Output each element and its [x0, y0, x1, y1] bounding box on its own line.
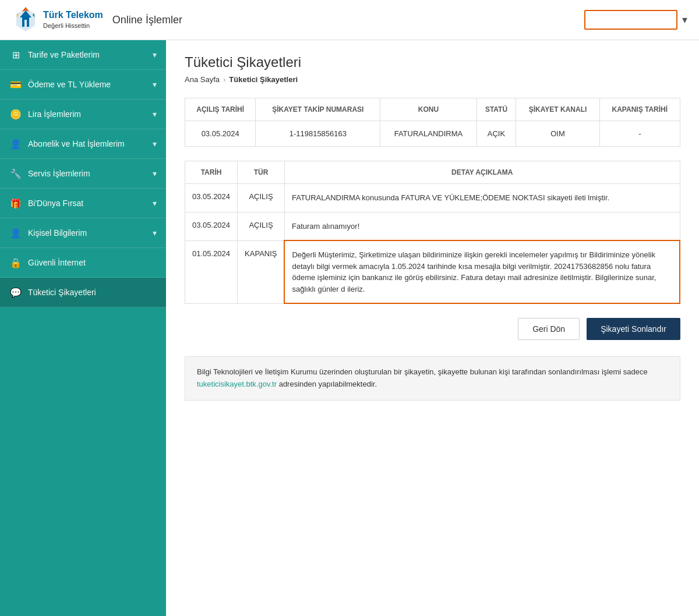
action-buttons: Geri Dön Şikayeti Sonlandır	[185, 318, 680, 340]
guvenli-icon: 🔒	[9, 256, 22, 269]
col-takip-no: ŞİKAYET TAKİP NUMARASI	[256, 98, 380, 121]
chevron-down-icon: ▾	[153, 80, 157, 89]
cell-kapanis: -	[599, 121, 680, 147]
sidebar: ⊞ Tarife ve Paketlerim ▾ 💳 Ödeme ve TL Y…	[0, 40, 166, 616]
detail-tur-3: KAPANIŞ	[238, 240, 285, 303]
detail-tur-1: AÇILIŞ	[238, 184, 285, 213]
sidebar-label-tarife: Tarife ve Paketlerim	[28, 50, 100, 59]
servis-icon: 🔧	[9, 167, 22, 180]
chevron-down-icon: ▾	[153, 109, 157, 119]
col-tur: TÜR	[238, 161, 285, 184]
chevron-down-icon: ▾	[153, 139, 157, 148]
breadcrumb-current: Tüketici Şikayetleri	[229, 75, 298, 84]
detail-detay-3: Değerli Müşterimiz, Şirketimize ulaşan b…	[284, 240, 680, 303]
detail-tarih-2: 03.05.2024	[185, 212, 238, 240]
col-kanal: ŞİKAYET KANALI	[516, 98, 599, 121]
info-text-end: adresinden yapılabilmektedir.	[277, 380, 377, 388]
detail-row-3: 01.05.2024 KAPANIŞ Değerli Müşterimiz, Ş…	[185, 240, 680, 303]
header-left: Türk Telekom Değerli Hissettin Online İş…	[12, 6, 182, 34]
sidebar-item-servis[interactable]: 🔧 Servis İşlemlerim ▾	[0, 159, 166, 189]
detail-tur-2: AÇILIŞ	[238, 212, 285, 240]
abonelik-icon: 👤	[9, 137, 22, 150]
chevron-down-icon: ▾	[153, 50, 157, 59]
breadcrumb-home[interactable]: Ana Sayfa	[185, 75, 220, 84]
breadcrumb: Ana Sayfa › Tüketici Şikayetleri	[185, 75, 680, 84]
cell-acilis-tarihi: 03.05.2024	[185, 121, 256, 147]
col-detay: DETAY AÇIKLAMA	[284, 161, 680, 184]
detail-row-1: 03.05.2024 AÇILIŞ FATURALANDIRMA konusun…	[185, 184, 680, 213]
chevron-down-icon: ▾	[153, 228, 157, 238]
cell-kanal: OIM	[516, 121, 599, 147]
logo-text: Türk Telekom Değerli Hissettin	[43, 9, 103, 30]
detail-detay-2: Faturam alınamıyor!	[284, 212, 680, 240]
tarife-icon: ⊞	[9, 48, 22, 61]
detail-table: TARİH TÜR DETAY AÇIKLAMA 03.05.2024 AÇIL…	[185, 161, 680, 304]
end-complaint-button[interactable]: Şikayeti Sonlandır	[587, 318, 680, 340]
detail-row-2: 03.05.2024 AÇILIŞ Faturam alınamıyor!	[185, 212, 680, 240]
complaints-summary-table: AÇILIŞ TARİHİ ŞİKAYET TAKİP NUMARASI KON…	[185, 98, 680, 147]
col-tarih: TARİH	[185, 161, 238, 184]
header-right: ▾	[584, 10, 687, 30]
turk-telekom-logo-icon	[12, 6, 40, 34]
header-search-input[interactable]	[584, 10, 677, 30]
sidebar-item-lira[interactable]: 🪙 Lira İşlemlerim ▾	[0, 100, 166, 129]
btk-link[interactable]: tuketicisikayet.btk.gov.tr	[197, 380, 277, 388]
page-title: Tüketici Şikayetleri	[185, 54, 680, 70]
cell-statu: AÇIK	[476, 121, 516, 147]
sidebar-label-guvenli: Güvenli İnternet	[28, 258, 86, 267]
col-statu: STATÜ	[476, 98, 516, 121]
info-box: Bilgi Teknolojileri ve İletişim Kurumu ü…	[185, 356, 680, 401]
sidebar-item-guvenli[interactable]: 🔒 Güvenli İnternet	[0, 248, 166, 278]
sidebar-label-abonelik: Abonelik ve Hat İşlemlerim	[28, 139, 125, 148]
cell-konu: FATURALANDIRMA	[380, 121, 476, 147]
cell-takip-no: 1-119815856163	[256, 121, 380, 147]
layout: ⊞ Tarife ve Paketlerim ▾ 💳 Ödeme ve TL Y…	[0, 40, 699, 616]
lira-icon: 🪙	[9, 108, 22, 121]
sidebar-item-odeme[interactable]: 💳 Ödeme ve TL Yükleme ▾	[0, 70, 166, 100]
detail-tarih-3: 01.05.2024	[185, 240, 238, 303]
sidebar-label-servis: Servis İşlemlerim	[28, 169, 90, 178]
col-acilis-tarihi: AÇILIŞ TARİHİ	[185, 98, 256, 121]
col-konu: KONU	[380, 98, 476, 121]
sidebar-label-bidunya: Bi'Dünya Fırsat	[28, 199, 83, 208]
sidebar-item-bidunya[interactable]: 🎁 Bi'Dünya Fırsat ▾	[0, 189, 166, 218]
sidebar-item-kisisel[interactable]: 👤 Kişisel Bilgilerim ▾	[0, 218, 166, 248]
sidebar-item-tarife[interactable]: ⊞ Tarife ve Paketlerim ▾	[0, 40, 166, 70]
header: Türk Telekom Değerli Hissettin Online İş…	[0, 0, 699, 40]
detail-tarih-1: 03.05.2024	[185, 184, 238, 213]
table-row: 03.05.2024 1-119815856163 FATURALANDIRMA…	[185, 121, 680, 147]
header-subtitle: Online İşlemler	[112, 14, 182, 26]
sidebar-item-abonelik[interactable]: 👤 Abonelik ve Hat İşlemlerim ▾	[0, 129, 166, 159]
main-content: Tüketici Şikayetleri Ana Sayfa › Tüketic…	[166, 40, 699, 616]
chevron-down-icon: ▾	[153, 169, 157, 178]
sidebar-label-kisisel: Kişisel Bilgilerim	[28, 228, 87, 238]
sidebar-label-tuketici: Tüketici Şikayetleri	[28, 288, 96, 297]
odeme-icon: 💳	[9, 78, 22, 91]
col-kapanis: KAPANIŞ TARİHİ	[599, 98, 680, 121]
header-dropdown-arrow[interactable]: ▾	[682, 13, 687, 26]
tuketici-icon: 💬	[9, 286, 22, 299]
bidunya-icon: 🎁	[9, 197, 22, 210]
back-button[interactable]: Geri Dön	[518, 318, 580, 340]
sidebar-item-tuketici[interactable]: 💬 Tüketici Şikayetleri	[0, 278, 166, 307]
sidebar-label-odeme: Ödeme ve TL Yükleme	[28, 80, 111, 89]
info-text: Bilgi Teknolojileri ve İletişim Kurumu ü…	[197, 367, 648, 376]
logo-area: Türk Telekom Değerli Hissettin	[12, 6, 103, 34]
detail-detay-1: FATURALANDIRMA konusunda FATURA VE YÜKLE…	[284, 184, 680, 213]
sidebar-label-lira: Lira İşlemlerim	[28, 109, 81, 119]
breadcrumb-separator: ›	[223, 75, 225, 84]
kisisel-icon: 👤	[9, 226, 22, 239]
chevron-down-icon: ▾	[153, 199, 157, 208]
